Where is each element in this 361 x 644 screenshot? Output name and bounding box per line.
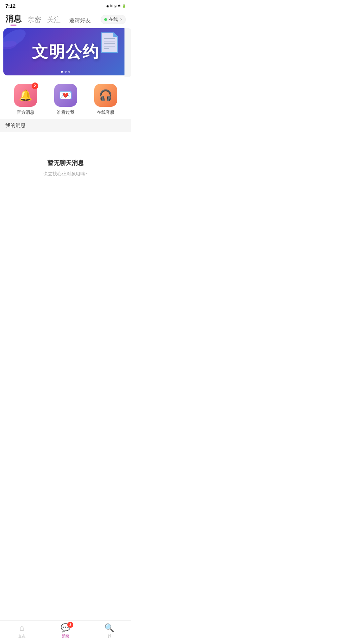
action-icon-wrap-service: 🎧 <box>94 84 117 107</box>
me-tab-icon: 🔍 <box>104 623 114 633</box>
action-official-messages[interactable]: 🔔 2 官方消息 <box>14 84 37 115</box>
official-messages-label: 官方消息 <box>17 109 34 115</box>
my-messages-title: 我的消息 <box>5 122 26 128</box>
tab-bar-friends[interactable]: ⌂ 交友 <box>10 623 34 639</box>
banner-container[interactable]: 文明公约 📄 <box>0 28 131 77</box>
friends-tab-label: 交友 <box>18 634 26 639</box>
messages-tab-badge: 2 <box>67 622 73 628</box>
official-messages-badge: 2 <box>32 82 38 89</box>
who-viewed-label: 谁看过我 <box>57 109 74 115</box>
status-bar: 7:12 ◉ ℕ ◎ ✱ 🔋 <box>0 0 131 11</box>
tab-bar: ⌂ 交友 💬 2 消息 🔍 我 <box>0 620 131 644</box>
messages-tab-label: 消息 <box>62 634 69 639</box>
banner-side-indicator <box>124 28 131 77</box>
nav-tabs: 消息 亲密 关注 邀请好友 <box>5 13 91 26</box>
status-time: 7:12 <box>5 3 15 9</box>
messages-tab-icon-wrap: 💬 2 <box>61 623 71 633</box>
banner-right-icon: 📄 <box>98 32 121 54</box>
action-customer-service[interactable]: 🎧 在线客服 <box>94 84 117 115</box>
customer-service-icon: 🎧 <box>94 84 117 107</box>
action-icon-wrap-official: 🔔 2 <box>14 84 37 107</box>
chevron-right-icon: > <box>120 17 122 22</box>
my-messages-section-header: 我的消息 <box>0 119 131 132</box>
customer-service-label: 在线客服 <box>97 109 114 115</box>
content-area: 🔔 2 官方消息 💌 谁看过我 🎧 在线客服 <box>0 77 131 216</box>
action-icon-wrap-viewed: 💌 <box>54 84 77 107</box>
banner-title: 文明公约 <box>32 41 99 63</box>
friends-tab-icon: ⌂ <box>20 623 25 633</box>
tab-follow[interactable]: 关注 <box>47 15 61 26</box>
empty-subtitle: 快去找心仪对象聊聊~ <box>43 171 88 177</box>
banner-dot-2 <box>65 71 67 73</box>
who-viewed-icon: 💌 <box>54 84 77 107</box>
tab-bar-me[interactable]: 🔍 我 <box>98 623 121 639</box>
tab-messages[interactable]: 消息 <box>5 13 22 26</box>
online-label: 在线 <box>109 16 118 23</box>
banner-dot-3 <box>68 71 70 73</box>
tab-invite[interactable]: 邀请好友 <box>69 17 91 26</box>
me-tab-label: 我 <box>108 634 111 639</box>
banner-dots <box>61 71 70 73</box>
status-icons: ◉ ℕ ◎ ✱ 🔋 <box>106 4 126 8</box>
banner[interactable]: 文明公约 📄 <box>3 28 128 75</box>
header-nav: 消息 亲密 关注 邀请好友 在线 > <box>0 11 131 27</box>
empty-title: 暂无聊天消息 <box>47 159 84 167</box>
tab-bar-messages[interactable]: 💬 2 消息 <box>54 623 77 639</box>
empty-state: 暂无聊天消息 快去找心仪对象聊聊~ <box>0 132 131 191</box>
banner-dot-1 <box>61 71 63 73</box>
quick-actions: 🔔 2 官方消息 💌 谁看过我 🎧 在线客服 <box>0 77 131 119</box>
action-who-viewed[interactable]: 💌 谁看过我 <box>54 84 77 115</box>
online-status-badge[interactable]: 在线 > <box>101 15 126 24</box>
online-dot <box>104 18 107 21</box>
tab-close[interactable]: 亲密 <box>28 15 41 26</box>
